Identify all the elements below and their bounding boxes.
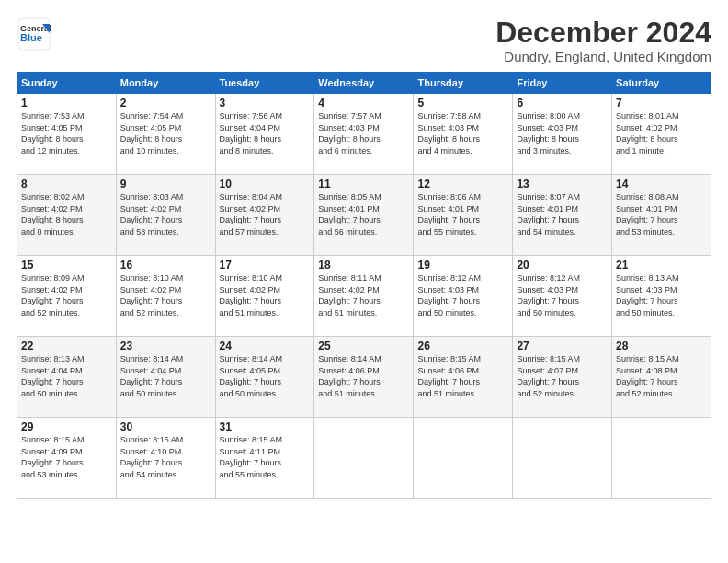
day-info: Sunrise: 8:14 AMSunset: 4:05 PMDaylight:…	[220, 353, 311, 399]
calendar-week-row: 8Sunrise: 8:02 AMSunset: 4:02 PMDaylight…	[17, 175, 711, 256]
header-thursday: Thursday	[414, 73, 513, 94]
day-number: 4	[318, 97, 409, 109]
calendar-table: Sunday Monday Tuesday Wednesday Thursday…	[17, 72, 711, 499]
logo: General Blue	[17, 17, 51, 52]
day-number: 12	[417, 178, 508, 190]
calendar-week-row: 22Sunrise: 8:13 AMSunset: 4:04 PMDayligh…	[17, 337, 711, 418]
svg-text:Blue: Blue	[20, 32, 42, 43]
calendar-cell: 26Sunrise: 8:15 AMSunset: 4:06 PMDayligh…	[414, 337, 513, 418]
calendar-cell: 1Sunrise: 7:53 AMSunset: 4:05 PMDaylight…	[17, 94, 117, 175]
calendar-cell: 4Sunrise: 7:57 AMSunset: 4:03 PMDaylight…	[314, 94, 414, 175]
calendar-cell: 31Sunrise: 8:15 AMSunset: 4:11 PMDayligh…	[215, 418, 314, 499]
calendar-header-row: Sunday Monday Tuesday Wednesday Thursday…	[17, 73, 711, 94]
header: General Blue December 2024 Dundry, Engla…	[17, 17, 711, 64]
day-number: 5	[417, 97, 508, 109]
calendar-cell: 17Sunrise: 8:10 AMSunset: 4:02 PMDayligh…	[215, 256, 314, 337]
calendar-cell: 11Sunrise: 8:05 AMSunset: 4:01 PMDayligh…	[314, 175, 414, 256]
calendar-cell: 7Sunrise: 8:01 AMSunset: 4:02 PMDaylight…	[612, 94, 711, 175]
day-info: Sunrise: 8:14 AMSunset: 4:06 PMDaylight:…	[318, 353, 409, 399]
day-number: 13	[517, 178, 608, 190]
calendar-cell: 9Sunrise: 8:03 AMSunset: 4:02 PMDaylight…	[116, 175, 215, 256]
day-info: Sunrise: 8:13 AMSunset: 4:04 PMDaylight:…	[21, 353, 112, 399]
day-number: 24	[220, 339, 311, 352]
day-info: Sunrise: 8:12 AMSunset: 4:03 PMDaylight:…	[517, 272, 608, 318]
calendar-cell: 21Sunrise: 8:13 AMSunset: 4:03 PMDayligh…	[612, 256, 711, 337]
day-info: Sunrise: 8:15 AMSunset: 4:08 PMDaylight:…	[616, 353, 707, 399]
calendar-cell: 20Sunrise: 8:12 AMSunset: 4:03 PMDayligh…	[513, 256, 612, 337]
day-info: Sunrise: 8:13 AMSunset: 4:03 PMDaylight:…	[616, 272, 707, 318]
header-tuesday: Tuesday	[215, 73, 314, 94]
day-number: 6	[517, 97, 608, 109]
day-number: 18	[318, 259, 409, 271]
calendar-cell: 19Sunrise: 8:12 AMSunset: 4:03 PMDayligh…	[414, 256, 513, 337]
calendar-cell	[513, 418, 612, 499]
day-number: 11	[318, 178, 409, 190]
day-info: Sunrise: 8:14 AMSunset: 4:04 PMDaylight:…	[120, 353, 211, 399]
page: General Blue December 2024 Dundry, Engla…	[0, 0, 728, 563]
day-info: Sunrise: 8:02 AMSunset: 4:02 PMDaylight:…	[21, 191, 112, 237]
calendar-cell: 16Sunrise: 8:10 AMSunset: 4:02 PMDayligh…	[116, 256, 215, 337]
day-number: 15	[21, 259, 112, 271]
day-info: Sunrise: 8:05 AMSunset: 4:01 PMDaylight:…	[318, 191, 409, 237]
day-number: 27	[517, 339, 608, 352]
day-info: Sunrise: 8:15 AMSunset: 4:09 PMDaylight:…	[21, 434, 112, 480]
location: Dundry, England, United Kingdom	[495, 49, 711, 64]
day-info: Sunrise: 8:04 AMSunset: 4:02 PMDaylight:…	[220, 191, 311, 237]
day-info: Sunrise: 8:10 AMSunset: 4:02 PMDaylight:…	[120, 272, 211, 318]
day-info: Sunrise: 8:00 AMSunset: 4:03 PMDaylight:…	[517, 110, 608, 156]
calendar-cell: 3Sunrise: 7:56 AMSunset: 4:04 PMDaylight…	[215, 94, 314, 175]
calendar-cell: 6Sunrise: 8:00 AMSunset: 4:03 PMDaylight…	[513, 94, 612, 175]
day-info: Sunrise: 7:53 AMSunset: 4:05 PMDaylight:…	[21, 110, 112, 156]
day-number: 28	[616, 339, 707, 352]
day-info: Sunrise: 8:07 AMSunset: 4:01 PMDaylight:…	[517, 191, 608, 237]
calendar-cell: 8Sunrise: 8:02 AMSunset: 4:02 PMDaylight…	[17, 175, 117, 256]
day-number: 9	[120, 178, 211, 190]
day-info: Sunrise: 8:06 AMSunset: 4:01 PMDaylight:…	[417, 191, 508, 237]
day-info: Sunrise: 8:03 AMSunset: 4:02 PMDaylight:…	[120, 191, 211, 237]
calendar-cell: 14Sunrise: 8:08 AMSunset: 4:01 PMDayligh…	[612, 175, 711, 256]
calendar-cell: 24Sunrise: 8:14 AMSunset: 4:05 PMDayligh…	[215, 337, 314, 418]
day-number: 7	[616, 97, 707, 109]
day-info: Sunrise: 8:15 AMSunset: 4:11 PMDaylight:…	[220, 434, 311, 480]
day-number: 1	[21, 97, 112, 109]
calendar-cell: 23Sunrise: 8:14 AMSunset: 4:04 PMDayligh…	[116, 337, 215, 418]
day-info: Sunrise: 8:11 AMSunset: 4:02 PMDaylight:…	[318, 272, 409, 318]
day-info: Sunrise: 8:15 AMSunset: 4:07 PMDaylight:…	[517, 353, 608, 399]
day-info: Sunrise: 8:12 AMSunset: 4:03 PMDaylight:…	[417, 272, 508, 318]
day-number: 23	[120, 339, 211, 352]
calendar-cell: 5Sunrise: 7:58 AMSunset: 4:03 PMDaylight…	[414, 94, 513, 175]
day-number: 31	[220, 420, 311, 433]
day-number: 8	[21, 178, 112, 190]
day-number: 29	[21, 420, 112, 433]
header-friday: Friday	[513, 73, 612, 94]
day-number: 30	[120, 420, 211, 433]
day-number: 14	[616, 178, 707, 190]
title-block: December 2024 Dundry, England, United Ki…	[495, 17, 711, 64]
calendar-week-row: 1Sunrise: 7:53 AMSunset: 4:05 PMDaylight…	[17, 94, 711, 175]
calendar-week-row: 29Sunrise: 8:15 AMSunset: 4:09 PMDayligh…	[17, 418, 711, 499]
header-monday: Monday	[116, 73, 215, 94]
day-info: Sunrise: 8:08 AMSunset: 4:01 PMDaylight:…	[616, 191, 707, 237]
day-number: 3	[220, 97, 311, 109]
day-number: 25	[318, 339, 409, 352]
calendar-cell: 18Sunrise: 8:11 AMSunset: 4:02 PMDayligh…	[314, 256, 414, 337]
calendar-cell: 30Sunrise: 8:15 AMSunset: 4:10 PMDayligh…	[116, 418, 215, 499]
day-info: Sunrise: 7:54 AMSunset: 4:05 PMDaylight:…	[120, 110, 211, 156]
day-info: Sunrise: 8:15 AMSunset: 4:10 PMDaylight:…	[120, 434, 211, 480]
day-number: 20	[517, 259, 608, 271]
logo-icon: General Blue	[17, 17, 51, 52]
day-number: 19	[417, 259, 508, 271]
calendar-cell: 10Sunrise: 8:04 AMSunset: 4:02 PMDayligh…	[215, 175, 314, 256]
calendar-cell: 2Sunrise: 7:54 AMSunset: 4:05 PMDaylight…	[116, 94, 215, 175]
calendar-cell: 29Sunrise: 8:15 AMSunset: 4:09 PMDayligh…	[17, 418, 117, 499]
calendar-cell: 28Sunrise: 8:15 AMSunset: 4:08 PMDayligh…	[612, 337, 711, 418]
header-sunday: Sunday	[17, 73, 117, 94]
calendar-cell	[314, 418, 414, 499]
day-number: 22	[21, 339, 112, 352]
day-number: 2	[120, 97, 211, 109]
calendar-cell: 22Sunrise: 8:13 AMSunset: 4:04 PMDayligh…	[17, 337, 117, 418]
day-info: Sunrise: 8:15 AMSunset: 4:06 PMDaylight:…	[417, 353, 508, 399]
day-number: 26	[417, 339, 508, 352]
calendar-cell: 27Sunrise: 8:15 AMSunset: 4:07 PMDayligh…	[513, 337, 612, 418]
calendar-cell: 25Sunrise: 8:14 AMSunset: 4:06 PMDayligh…	[314, 337, 414, 418]
